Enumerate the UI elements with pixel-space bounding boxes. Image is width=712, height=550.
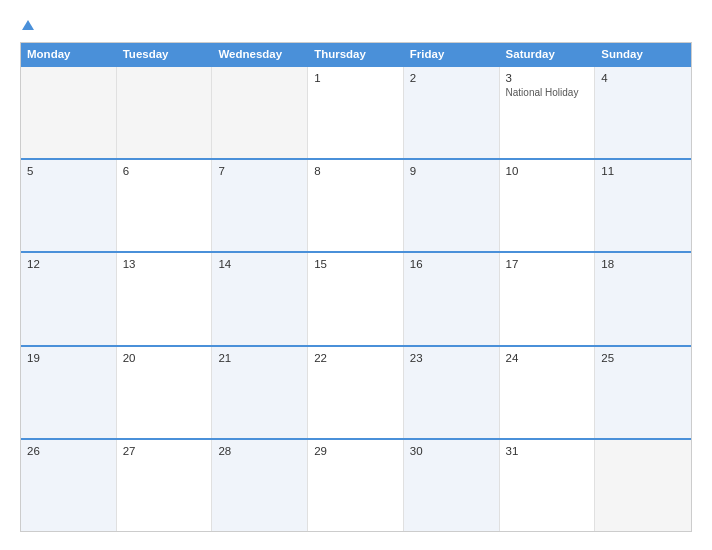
- header-day-friday: Friday: [404, 43, 500, 65]
- header-day-tuesday: Tuesday: [117, 43, 213, 65]
- day-number: 10: [506, 165, 589, 177]
- calendar-week-2: 567891011: [21, 158, 691, 251]
- logo-top: [20, 18, 34, 34]
- logo-triangle-icon: [22, 20, 34, 30]
- calendar-cell: 3National Holiday: [500, 67, 596, 158]
- header-day-wednesday: Wednesday: [212, 43, 308, 65]
- calendar-cell: [117, 67, 213, 158]
- calendar-cell: 4: [595, 67, 691, 158]
- calendar-cell: [212, 67, 308, 158]
- header-day-sunday: Sunday: [595, 43, 691, 65]
- day-number: 25: [601, 352, 685, 364]
- calendar-body: 123National Holiday456789101112131415161…: [21, 65, 691, 531]
- calendar-cell: 15: [308, 253, 404, 344]
- calendar: MondayTuesdayWednesdayThursdayFridaySatu…: [20, 42, 692, 532]
- calendar-cell: 8: [308, 160, 404, 251]
- day-number: 5: [27, 165, 110, 177]
- day-number: 28: [218, 445, 301, 457]
- day-number: 30: [410, 445, 493, 457]
- calendar-week-4: 19202122232425: [21, 345, 691, 438]
- calendar-cell: 2: [404, 67, 500, 158]
- day-number: 22: [314, 352, 397, 364]
- day-number: 20: [123, 352, 206, 364]
- day-number: 14: [218, 258, 301, 270]
- calendar-cell: 27: [117, 440, 213, 531]
- calendar-cell: 28: [212, 440, 308, 531]
- header-day-thursday: Thursday: [308, 43, 404, 65]
- calendar-cell: 1: [308, 67, 404, 158]
- calendar-cell: 25: [595, 347, 691, 438]
- day-number: 18: [601, 258, 685, 270]
- day-number: 6: [123, 165, 206, 177]
- calendar-cell: 11: [595, 160, 691, 251]
- calendar-week-5: 262728293031: [21, 438, 691, 531]
- day-number: 8: [314, 165, 397, 177]
- calendar-cell: 16: [404, 253, 500, 344]
- calendar-cell: 7: [212, 160, 308, 251]
- calendar-cell: 23: [404, 347, 500, 438]
- calendar-cell: 20: [117, 347, 213, 438]
- day-number: 23: [410, 352, 493, 364]
- day-number: 1: [314, 72, 397, 84]
- calendar-cell: 19: [21, 347, 117, 438]
- day-number: 16: [410, 258, 493, 270]
- calendar-cell: 30: [404, 440, 500, 531]
- day-number: 19: [27, 352, 110, 364]
- calendar-cell: 26: [21, 440, 117, 531]
- day-number: 15: [314, 258, 397, 270]
- day-number: 2: [410, 72, 493, 84]
- calendar-cell: 6: [117, 160, 213, 251]
- calendar-cell: 9: [404, 160, 500, 251]
- header-day-saturday: Saturday: [500, 43, 596, 65]
- calendar-cell: 29: [308, 440, 404, 531]
- calendar-cell: 22: [308, 347, 404, 438]
- day-number: 27: [123, 445, 206, 457]
- calendar-cell: 24: [500, 347, 596, 438]
- calendar-cell: 31: [500, 440, 596, 531]
- day-number: 9: [410, 165, 493, 177]
- calendar-cell: 21: [212, 347, 308, 438]
- calendar-cell: 14: [212, 253, 308, 344]
- calendar-cell: 18: [595, 253, 691, 344]
- calendar-week-3: 12131415161718: [21, 251, 691, 344]
- calendar-cell: 13: [117, 253, 213, 344]
- day-number: 3: [506, 72, 589, 84]
- day-event: National Holiday: [506, 86, 589, 99]
- day-number: 13: [123, 258, 206, 270]
- day-number: 24: [506, 352, 589, 364]
- day-number: 11: [601, 165, 685, 177]
- calendar-cell: 5: [21, 160, 117, 251]
- day-number: 4: [601, 72, 685, 84]
- day-number: 12: [27, 258, 110, 270]
- day-number: 21: [218, 352, 301, 364]
- calendar-header: MondayTuesdayWednesdayThursdayFridaySatu…: [21, 43, 691, 65]
- calendar-cell: 17: [500, 253, 596, 344]
- page-header: [20, 18, 692, 34]
- day-number: 26: [27, 445, 110, 457]
- header-day-monday: Monday: [21, 43, 117, 65]
- calendar-cell: 10: [500, 160, 596, 251]
- calendar-cell: [595, 440, 691, 531]
- calendar-week-1: 123National Holiday4: [21, 65, 691, 158]
- day-number: 29: [314, 445, 397, 457]
- calendar-cell: [21, 67, 117, 158]
- day-number: 7: [218, 165, 301, 177]
- calendar-cell: 12: [21, 253, 117, 344]
- calendar-page: MondayTuesdayWednesdayThursdayFridaySatu…: [0, 0, 712, 550]
- day-number: 31: [506, 445, 589, 457]
- logo: [20, 18, 34, 34]
- day-number: 17: [506, 258, 589, 270]
